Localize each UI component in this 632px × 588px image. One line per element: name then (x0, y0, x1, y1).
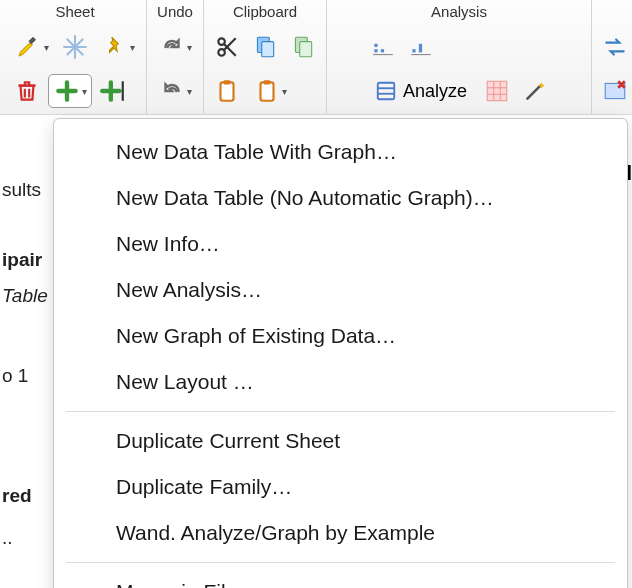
menu-merge[interactable]: Merge in File… (54, 569, 627, 588)
svg-rect-23 (263, 80, 270, 84)
left-table: Table (0, 281, 55, 311)
svg-rect-24 (374, 49, 377, 52)
remove-row-button[interactable] (598, 74, 632, 108)
new-sheet-button[interactable]: ▾ (48, 74, 92, 108)
trash-icon (14, 78, 40, 104)
left-red: red (0, 481, 55, 511)
grid-x-icon (602, 78, 628, 104)
svg-rect-25 (374, 44, 377, 47)
menu-new-analysis[interactable]: New Analysis… (54, 267, 627, 313)
chart-preset2-button[interactable] (404, 30, 438, 64)
svg-rect-20 (221, 82, 234, 100)
snowflake-icon (62, 34, 88, 60)
bars-icon (370, 34, 396, 60)
highlighter-icon (16, 34, 42, 60)
paste-special-button[interactable]: ▾ (248, 74, 292, 108)
svg-rect-34 (487, 81, 507, 101)
svg-rect-17 (262, 42, 274, 57)
left-row1: o 1 (0, 361, 55, 391)
svg-rect-31 (378, 83, 395, 100)
plus-icon (54, 78, 80, 104)
copy-special-button[interactable] (286, 30, 320, 64)
plus-insert-icon (100, 78, 126, 104)
left-dots: .. (0, 523, 55, 553)
group-right-label (598, 0, 632, 24)
delete-sheet-button[interactable] (10, 74, 44, 108)
group-undo-label: Undo (153, 0, 197, 24)
menu-new-table-nograph[interactable]: New Data Table (No Automatic Graph)… (54, 175, 627, 221)
group-analysis-label: Analysis (333, 0, 585, 24)
group-undo: Undo ▾ ▾ (147, 0, 204, 114)
menu-separator-2 (66, 562, 615, 563)
pin-button[interactable]: ▾ (96, 30, 140, 64)
svg-rect-26 (381, 49, 384, 52)
left-pair: ipair (0, 245, 55, 275)
swap-button[interactable] (598, 30, 632, 64)
left-pane: sults ipair Table o 1 red .. (0, 115, 55, 553)
menu-dup-sheet[interactable]: Duplicate Current Sheet (54, 418, 627, 464)
svg-rect-21 (224, 80, 231, 84)
group-clipboard-label: Clipboard (210, 0, 320, 24)
svg-rect-19 (300, 42, 312, 57)
undo-button[interactable]: ▾ (153, 74, 197, 108)
redo-icon (159, 34, 185, 60)
wand-button[interactable] (518, 74, 552, 108)
insert-sheet-button[interactable] (96, 74, 130, 108)
menu-dup-family[interactable]: Duplicate Family… (54, 464, 627, 510)
new-sheet-menu: New Data Table With Graph… New Data Tabl… (53, 118, 628, 588)
copy-button[interactable] (248, 30, 282, 64)
paste-button[interactable] (210, 74, 244, 108)
group-sheet-label: Sheet (10, 0, 140, 24)
svg-rect-28 (412, 49, 415, 52)
copy-alt-icon (290, 34, 316, 60)
group-sheet: Sheet ▾ (4, 0, 147, 114)
clipboard-alt-icon (254, 78, 280, 104)
snowflake-button[interactable] (58, 30, 92, 64)
wand-icon (522, 78, 548, 104)
menu-new-graph-existing[interactable]: New Graph of Existing Data… (54, 313, 627, 359)
pin-icon (102, 34, 128, 60)
grid-highlight-button[interactable] (480, 74, 514, 108)
menu-separator-1 (66, 411, 615, 412)
redo-button[interactable]: ▾ (153, 30, 197, 64)
main-toolbar: Sheet ▾ (0, 0, 632, 115)
bars2-icon (408, 34, 434, 60)
undo-icon (159, 78, 185, 104)
analyze-button[interactable]: Analyze (366, 74, 476, 108)
analyze-label: Analyze (403, 81, 467, 102)
analyze-icon (375, 80, 397, 102)
menu-wand[interactable]: Wand. Analyze/Graph by Example (54, 510, 627, 556)
chart-preset1-button[interactable] (366, 30, 400, 64)
menu-new-table-graph[interactable]: New Data Table With Graph… (54, 129, 627, 175)
menu-new-layout[interactable]: New Layout … (54, 359, 627, 405)
highlighter-button[interactable]: ▾ (10, 30, 54, 64)
group-right-edge (592, 0, 632, 114)
left-results: sults (0, 175, 55, 205)
group-analysis: Analysis (327, 0, 592, 114)
grid-icon (484, 78, 510, 104)
svg-rect-22 (260, 82, 273, 100)
cut-button[interactable] (210, 30, 244, 64)
swap-icon (602, 34, 628, 60)
scissors-icon (214, 34, 240, 60)
copy-icon (252, 34, 278, 60)
clipboard-icon (214, 78, 240, 104)
svg-rect-29 (419, 44, 422, 53)
group-clipboard: Clipboard (204, 0, 327, 114)
svg-line-39 (527, 86, 540, 99)
menu-new-info[interactable]: New Info… (54, 221, 627, 267)
